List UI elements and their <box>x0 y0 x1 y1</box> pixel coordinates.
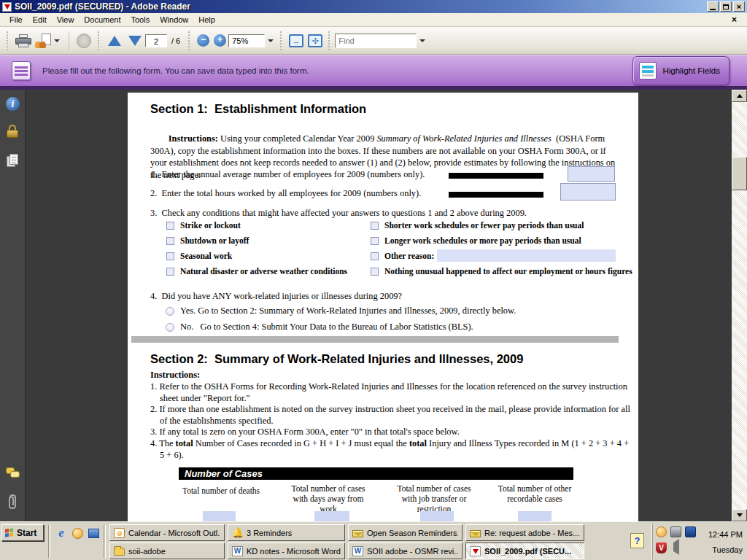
number-of-cases-header: Number of Cases <box>179 467 573 480</box>
menu-file[interactable]: File <box>4 14 28 26</box>
mail-icon <box>352 530 363 537</box>
document-message-bar: Please fill out the following form. You … <box>0 55 747 90</box>
volume-tray-icon[interactable] <box>670 542 681 553</box>
answer-row: No. Go to Section 4: Submit Your Data to… <box>166 322 473 332</box>
shorter-schedules-checkbox[interactable] <box>371 222 379 230</box>
scroll-down-button[interactable] <box>732 509 747 521</box>
minimize-button[interactable] <box>707 1 719 12</box>
collaborate-button[interactable] <box>34 31 64 51</box>
printer-tray-icon[interactable] <box>670 526 681 537</box>
other-reason-checkbox[interactable] <box>371 252 379 260</box>
window-title: SOII_2009.pdf (SECURED) - Adobe Reader <box>15 1 190 12</box>
taskbar-button-reminders[interactable]: 🔔 3 Reminders <box>228 524 345 541</box>
antivirus-tray-icon[interactable]: V <box>656 542 667 553</box>
zoom-in-button[interactable]: + <box>214 34 226 47</box>
explorer-icon[interactable] <box>86 526 101 540</box>
taskbar-button-soii-adobe-doc[interactable]: W SOII adobe - OSMR revi... <box>348 542 462 559</box>
hours-input-field[interactable] <box>560 183 616 201</box>
yes-radio-button[interactable] <box>166 307 174 316</box>
question-2-text: 2. Enter the total hours worked by all e… <box>150 188 421 199</box>
condition-row: Strike or lockout <box>166 221 241 230</box>
taskbar-button-calendar[interactable]: Calendar - Microsoft Outl... <box>109 524 225 541</box>
taskbar-button-kd-notes[interactable]: W KD notes - Microsoft Word <box>228 542 345 559</box>
highlight-fields-label: Highlight Fields <box>662 66 720 75</box>
no-radio-button[interactable] <box>166 323 174 332</box>
zoom-out-button[interactable]: − <box>197 34 209 47</box>
clock: 12:44 PM Tuesday <box>708 527 743 558</box>
instruction-item: 2. If more than one establishment is not… <box>150 404 632 427</box>
checkbox-label: Longer work schedules or more pay period… <box>384 236 581 245</box>
section1-instructions: Instructions: Using your completed Calen… <box>150 121 624 192</box>
redaction-bar <box>449 192 543 198</box>
section2-title: Section 2: Summary of Work-Related Injur… <box>150 352 523 366</box>
find-input[interactable] <box>335 34 417 48</box>
question-4-text: 4. Did you have ANY work-related injurie… <box>150 291 402 302</box>
menu-window[interactable]: Window <box>155 14 193 26</box>
menu-view[interactable]: View <box>52 14 80 26</box>
scrollbar-thumb[interactable] <box>732 157 747 190</box>
menu-help[interactable]: Help <box>193 14 220 26</box>
document-info-icon[interactable]: i <box>6 97 20 111</box>
vertical-scrollbar[interactable] <box>732 90 747 521</box>
internet-explorer-icon[interactable]: e <box>54 526 69 540</box>
taskbar-separator <box>48 525 50 558</box>
clock-day: Tuesday <box>712 545 743 554</box>
help-tray-icon[interactable]: ? <box>630 533 644 548</box>
close-document-icon[interactable]: × <box>726 15 743 25</box>
tray-panel: V 12:44 PM Tuesday <box>652 524 747 559</box>
deaths-input-field[interactable] <box>203 511 236 521</box>
shutdown-checkbox[interactable] <box>166 237 174 245</box>
outlook-tray-icon[interactable] <box>656 526 667 537</box>
question-3-text: 3. Check any conditions that might have … <box>150 208 527 219</box>
menu-tools[interactable]: Tools <box>126 14 155 26</box>
redaction-bar <box>449 173 543 179</box>
checkbox-label: Seasonal work <box>180 252 232 260</box>
column-header-days-away: Total number of cases with days away fro… <box>287 483 370 514</box>
next-page-button[interactable] <box>125 31 145 51</box>
outlook-icon[interactable] <box>70 526 85 540</box>
taskbar-button-soii-pdf-active[interactable]: SOII_2009.pdf (SECU... <box>465 542 584 559</box>
page-number-input[interactable] <box>145 34 167 47</box>
find-dropdown-icon[interactable] <box>419 39 425 42</box>
longer-schedules-checkbox[interactable] <box>371 237 379 245</box>
menu-edit[interactable]: Edit <box>28 14 52 26</box>
strike-checkbox[interactable] <box>166 222 174 230</box>
section2-instructions-list: 1. Refer to the OSHA Forms for Recording… <box>150 381 632 461</box>
taskbar-button-soii-adobe-folder[interactable]: soii-adobe <box>109 542 225 559</box>
menu-document[interactable]: Document <box>79 14 125 26</box>
taskbar-button-re-request[interactable]: Re: request adobe - Mes... <box>465 524 584 541</box>
days-away-input-field[interactable] <box>314 511 349 521</box>
other-reason-input-field[interactable] <box>437 249 616 262</box>
network-tray-icon[interactable] <box>685 526 696 537</box>
other-recordable-input-field[interactable] <box>518 511 551 521</box>
adobe-reader-icon <box>2 2 12 12</box>
disaster-checkbox[interactable] <box>166 268 174 276</box>
title-bar: SOII_2009.pdf (SECURED) - Adobe Reader × <box>0 0 747 13</box>
employees-input-field[interactable] <box>568 166 615 182</box>
close-button[interactable]: × <box>733 1 745 12</box>
fit-width-button[interactable]: ↔ <box>289 34 303 47</box>
collaborate-icon <box>35 34 51 48</box>
column-header-deaths: Total number of deaths <box>176 486 266 496</box>
menu-bar: File Edit View Document Tools Window Hel… <box>0 13 747 27</box>
zoom-level-select[interactable]: 75% <box>228 34 265 47</box>
print-button[interactable] <box>13 31 34 51</box>
bell-icon: 🔔 <box>232 528 243 538</box>
fit-page-button[interactable]: ✣ <box>308 34 322 47</box>
condition-row: Nothing unusual happened to affect our e… <box>371 267 632 276</box>
restore-button[interactable] <box>720 1 732 12</box>
seasonal-checkbox[interactable] <box>166 252 174 260</box>
zoom-dropdown-icon[interactable] <box>268 39 274 42</box>
nothing-unusual-checkbox[interactable] <box>371 268 379 276</box>
instructions-label: Instructions: <box>150 370 200 380</box>
previous-page-button[interactable] <box>104 31 125 51</box>
taskbar-button-open-season[interactable]: Open Season Reminders... <box>348 524 462 541</box>
condition-row: Shutdown or layoff <box>166 236 249 245</box>
toolbar-grip <box>280 31 283 50</box>
scroll-up-button[interactable] <box>732 90 747 102</box>
highlight-fields-button[interactable]: Highlight Fields <box>632 56 729 85</box>
job-transfer-input-field[interactable] <box>420 511 454 521</box>
attachments-panel-icon[interactable] <box>6 492 20 506</box>
arrow-down-icon <box>128 36 142 46</box>
start-button[interactable]: Start <box>1 524 44 541</box>
